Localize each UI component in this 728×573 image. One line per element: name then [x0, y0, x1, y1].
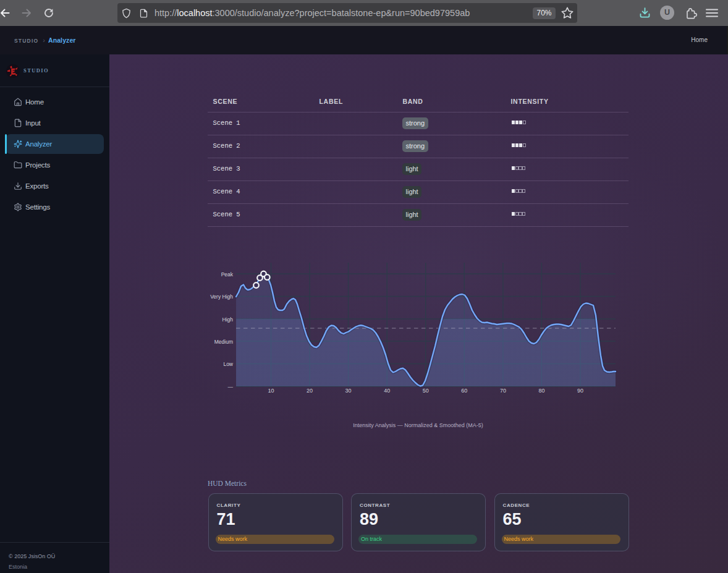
svg-text:30: 30	[345, 388, 352, 394]
svg-text:80: 80	[538, 388, 544, 394]
svg-text:40: 40	[384, 388, 390, 394]
svg-text:—: —	[228, 384, 234, 390]
svg-text:50: 50	[423, 388, 429, 394]
svg-text:High: High	[222, 316, 234, 323]
svg-text:10: 10	[268, 388, 274, 394]
svg-text:60: 60	[461, 388, 467, 394]
svg-text:70: 70	[500, 388, 506, 394]
svg-text:Low: Low	[223, 361, 233, 367]
svg-text:Medium: Medium	[214, 339, 233, 345]
svg-text:90: 90	[577, 388, 583, 394]
svg-text:Peak: Peak	[221, 271, 234, 278]
svg-text:Very High: Very High	[210, 294, 233, 300]
svg-text:20: 20	[307, 388, 313, 394]
